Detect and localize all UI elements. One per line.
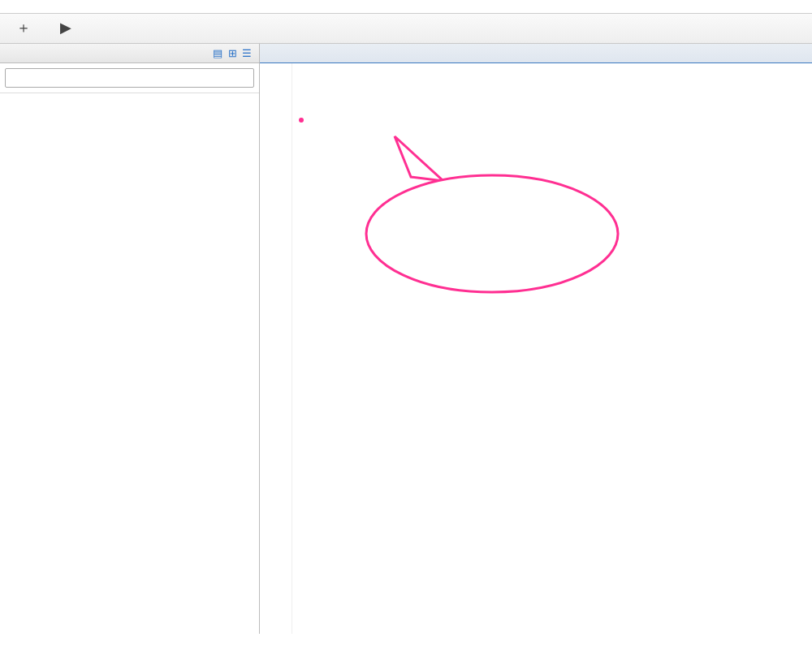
code-area[interactable] bbox=[260, 63, 812, 634]
documents-icon[interactable]: ▤ bbox=[210, 47, 225, 59]
play-icon: ▶ bbox=[60, 19, 71, 37]
new-script-button[interactable]: ＋ bbox=[16, 19, 31, 37]
script-sidebar: ▤ ⊞ ☰ 🔍 bbox=[0, 44, 260, 634]
new-folder-icon[interactable]: ⊞ bbox=[225, 47, 240, 59]
toolbar: ＋ ▶ bbox=[0, 14, 812, 44]
search-input[interactable] bbox=[5, 68, 254, 88]
highlight-box bbox=[299, 118, 304, 123]
window-title bbox=[0, 0, 812, 8]
menu-bar bbox=[0, 8, 812, 14]
code-body[interactable] bbox=[292, 63, 812, 634]
svg-point-0 bbox=[366, 175, 618, 292]
run-button[interactable]: ▶ bbox=[60, 19, 71, 37]
callout bbox=[299, 152, 622, 354]
plus-icon: ＋ bbox=[16, 19, 31, 37]
line-gutter bbox=[260, 63, 292, 634]
script-list bbox=[0, 93, 259, 634]
columns-icon[interactable]: ☰ bbox=[240, 47, 254, 59]
script-editor bbox=[260, 44, 812, 634]
